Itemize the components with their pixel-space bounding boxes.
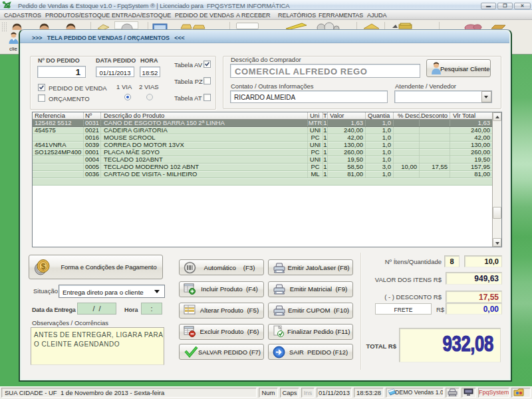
svg-text:$: $ bbox=[41, 262, 46, 271]
